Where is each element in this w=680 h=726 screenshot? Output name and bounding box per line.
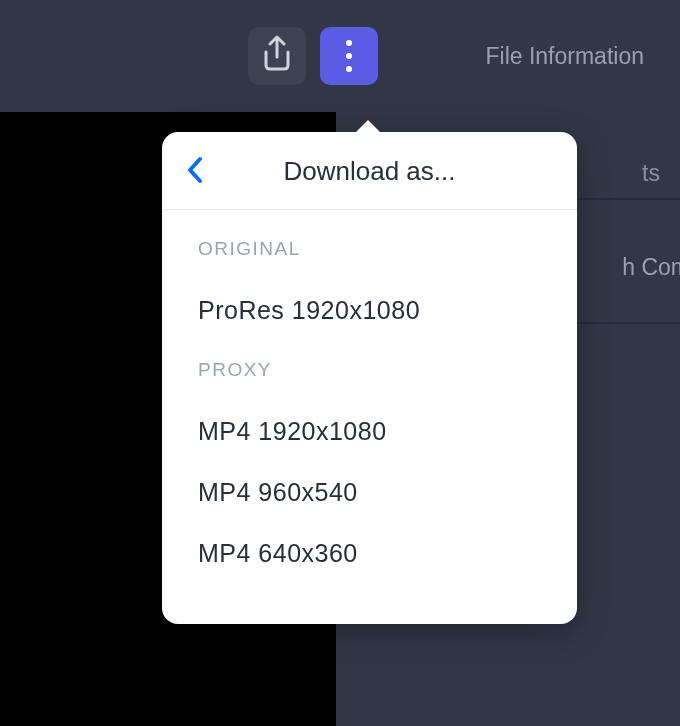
share-button[interactable]: [248, 27, 306, 85]
dropdown-title: Download as...: [182, 156, 557, 187]
file-information-label[interactable]: File Information: [485, 43, 644, 70]
download-dropdown: Download as... ORIGINAL ProRes 1920x1080…: [162, 132, 577, 624]
header-bar: File Information: [0, 0, 680, 112]
comments-partial-text: h Com: [622, 254, 680, 281]
dropdown-header: Download as...: [162, 132, 577, 210]
download-option-mp4-960x540[interactable]: MP4 960x540: [198, 462, 541, 523]
download-option-mp4-1920x1080[interactable]: MP4 1920x1080: [198, 401, 541, 462]
download-option-prores-1920x1080[interactable]: ProRes 1920x1080: [198, 280, 541, 341]
more-options-button[interactable]: [320, 27, 378, 85]
section-label-original: ORIGINAL: [198, 238, 541, 260]
share-icon: [261, 35, 293, 77]
more-vertical-icon: [346, 40, 352, 72]
back-button[interactable]: [186, 156, 204, 188]
download-option-mp4-640x360[interactable]: MP4 640x360: [198, 523, 541, 584]
header-button-group: [248, 27, 378, 85]
dropdown-body: ORIGINAL ProRes 1920x1080 PROXY MP4 1920…: [162, 210, 577, 624]
section-label-proxy: PROXY: [198, 359, 541, 381]
tab-partial-text: ts: [642, 160, 660, 187]
chevron-left-icon: [186, 156, 204, 188]
